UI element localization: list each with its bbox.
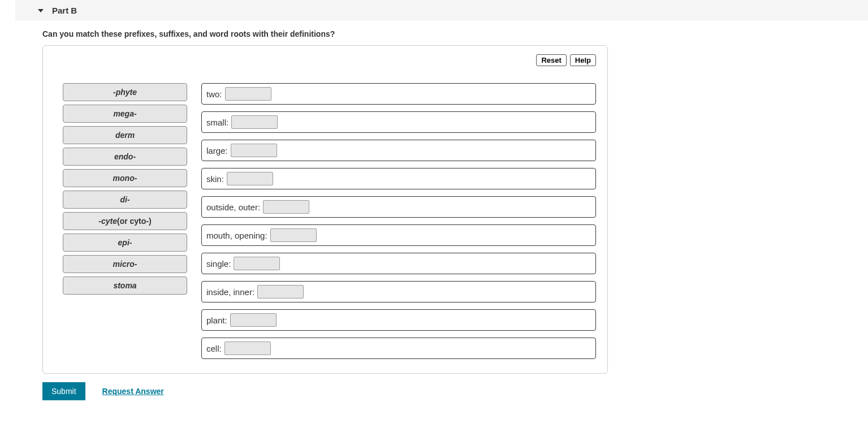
definition-label: two:: [206, 89, 222, 99]
term-label: epi-: [118, 238, 132, 247]
question-prompt: Can you match these prefixes, suffixes, …: [0, 29, 868, 45]
definition-row: skin:: [201, 168, 596, 189]
term-label: di-: [120, 195, 129, 204]
definition-label: mouth, opening:: [206, 231, 267, 240]
term-tile[interactable]: epi-: [63, 234, 187, 252]
drop-slot[interactable]: [263, 200, 309, 214]
drop-slot[interactable]: [234, 257, 280, 270]
term-label: derm: [115, 131, 135, 140]
request-answer-link[interactable]: Request Answer: [102, 387, 164, 396]
action-bar: Submit Request Answer: [42, 382, 868, 400]
drop-slot[interactable]: [227, 172, 273, 185]
definition-row: outside, outer:: [201, 196, 596, 218]
term-label: mono-: [113, 174, 137, 183]
definition-label: outside, outer:: [206, 202, 260, 212]
drop-slot[interactable]: [230, 313, 277, 327]
drop-slot[interactable]: [231, 115, 278, 129]
drop-slot[interactable]: [257, 285, 304, 299]
chevron-down-icon: [38, 9, 44, 12]
definition-row: large:: [201, 140, 596, 161]
definition-label: large:: [206, 146, 228, 155]
definition-row: mouth, opening:: [201, 224, 596, 246]
definition-row: small:: [201, 111, 596, 133]
definition-label: skin:: [206, 174, 224, 184]
definition-row: cell:: [201, 338, 596, 359]
term-label: endo-: [114, 152, 136, 161]
drop-slot[interactable]: [225, 87, 271, 101]
term-tile[interactable]: endo-: [63, 148, 187, 166]
terms-column: -phyte mega- derm endo- mono- di- -cyte …: [63, 83, 187, 295]
drop-slot[interactable]: [231, 144, 277, 157]
definition-label: single:: [206, 259, 231, 269]
activity-body: -phyte mega- derm endo- mono- di- -cyte …: [54, 83, 596, 359]
drop-slot[interactable]: [224, 341, 271, 355]
term-tile[interactable]: derm: [63, 126, 187, 144]
term-tile[interactable]: di-: [63, 191, 187, 209]
term-tile[interactable]: stoma: [63, 276, 187, 295]
term-tile[interactable]: mono-: [63, 169, 187, 187]
term-label: stoma: [113, 281, 136, 290]
reset-button[interactable]: Reset: [536, 54, 566, 66]
definitions-column: two: small: large: skin: outside, outer:…: [201, 83, 596, 359]
definition-label: plant:: [206, 315, 227, 325]
part-header[interactable]: Part B: [15, 0, 868, 21]
term-label: micro-: [113, 260, 137, 269]
definition-row: single:: [201, 253, 596, 274]
definition-label: inside, inner:: [206, 287, 254, 297]
help-button[interactable]: Help: [570, 54, 596, 66]
term-tile[interactable]: -phyte: [63, 83, 187, 101]
part-title: Part B: [52, 6, 77, 15]
term-tile[interactable]: mega-: [63, 105, 187, 123]
term-label: mega-: [113, 109, 136, 118]
term-label-plain: (or cyto-): [117, 217, 152, 226]
term-label: -cyte: [98, 217, 117, 226]
activity-panel: Reset Help -phyte mega- derm endo- mono-…: [42, 45, 608, 374]
term-tile[interactable]: -cyte (or cyto-): [63, 212, 187, 230]
term-label: -phyte: [113, 88, 137, 97]
term-tile[interactable]: micro-: [63, 255, 187, 273]
definition-label: cell:: [206, 344, 222, 353]
definition-row: inside, inner:: [201, 281, 596, 302]
definition-label: small:: [206, 118, 228, 127]
definition-row: two:: [201, 83, 596, 105]
activity-top-buttons: Reset Help: [54, 54, 596, 66]
submit-button[interactable]: Submit: [42, 382, 85, 400]
drop-slot[interactable]: [270, 228, 317, 242]
definition-row: plant:: [201, 309, 596, 331]
